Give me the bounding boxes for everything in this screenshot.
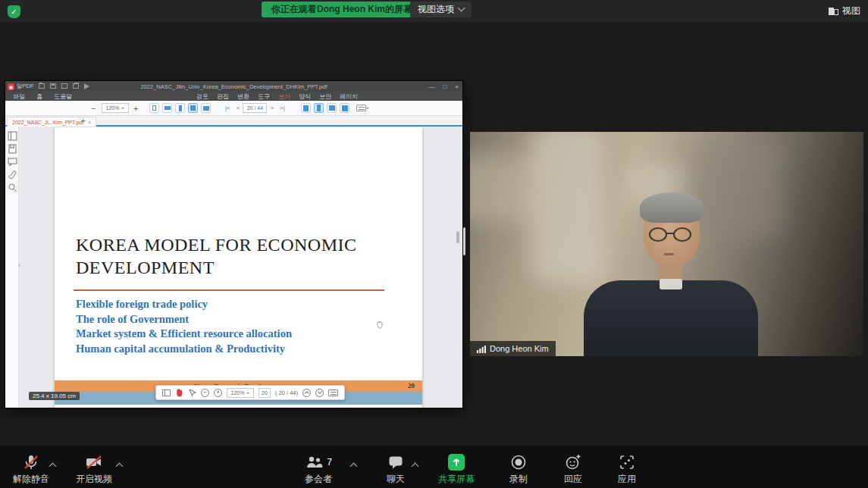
full-screen-icon[interactable] xyxy=(201,103,211,113)
apps-icon xyxy=(618,453,636,471)
thumbnails-panel-icon[interactable] xyxy=(8,131,17,141)
participant-name: Dong Heon Kim xyxy=(490,344,549,353)
lines-icon xyxy=(356,105,366,111)
caret-down-icon xyxy=(366,108,369,111)
page-size-tooltip: 25.4 x 19.05 cm xyxy=(29,392,80,400)
document-tab-label: 2022_NASC_Ji...Kim_PPT.pdf xyxy=(12,120,83,125)
glasses xyxy=(649,227,694,242)
slide-bullet: Flexible foreign trade policy xyxy=(76,297,292,312)
zoom-out-icon[interactable]: − xyxy=(201,389,209,397)
panel-toggle-icon[interactable] xyxy=(162,389,171,396)
participant-video-tile[interactable]: Dong Heon Kim xyxy=(470,132,863,356)
layout-view-icon xyxy=(829,8,838,15)
caret-down-icon xyxy=(121,108,124,111)
save-as-icon[interactable] xyxy=(61,83,67,89)
unmute-button[interactable]: 解除静音 xyxy=(7,453,55,486)
layout-mode-icons xyxy=(301,103,353,113)
single-layout-icon[interactable] xyxy=(301,103,311,113)
maximize-button[interactable]: □ xyxy=(443,83,447,90)
share-screen-button[interactable]: 共享屏幕 xyxy=(432,453,481,486)
two-page-layout-icon[interactable] xyxy=(327,103,337,113)
pdf-app-name: 알PDF xyxy=(17,83,34,90)
document-tab-bar: 2022_NASC_Ji...Kim_PPT.pdf × + xyxy=(5,116,462,127)
fit-page-icon[interactable] xyxy=(188,103,198,113)
view-mode-icons xyxy=(149,103,214,113)
zoom-out-button[interactable]: − xyxy=(91,103,96,113)
zoom-in-button[interactable]: + xyxy=(133,103,138,113)
more-view-options[interactable] xyxy=(356,103,369,113)
security-shield-icon[interactable]: ✓ xyxy=(8,5,20,18)
view-label: 视图 xyxy=(842,5,860,17)
open-file-icon[interactable] xyxy=(39,83,45,89)
single-page-view-icon[interactable] xyxy=(149,103,159,113)
float-zoom-select[interactable]: 120% xyxy=(227,388,254,398)
participants-button[interactable]: 7 参会者 xyxy=(294,453,343,486)
view-button[interactable]: 视图 xyxy=(829,5,860,17)
zoom-in-icon[interactable]: + xyxy=(214,389,222,397)
comments-panel-icon[interactable] xyxy=(8,157,17,167)
pdf-left-sidebar xyxy=(5,127,19,408)
record-button[interactable]: 录制 xyxy=(494,453,543,486)
last-page-button[interactable]: >| xyxy=(280,105,285,111)
participants-options-chevron[interactable] xyxy=(350,463,358,471)
slide-bullet: Human capital accumulation & Productivit… xyxy=(76,342,292,357)
view-options-button[interactable]: 视图选项 xyxy=(410,2,472,17)
start-video-button[interactable]: 开启视频 xyxy=(70,453,118,486)
page-number-input[interactable]: 20 / 44 xyxy=(243,103,267,113)
meeting-top-bar: ✓ 你正在观看Dong Heon Kim的屏幕 视图选项 视图 xyxy=(0,0,868,23)
slide-page: KOREA MODEL FOR ECONOMIC DEVELOPMENT Fle… xyxy=(55,127,422,408)
share-document-icon[interactable] xyxy=(84,83,89,89)
participants-count: 7 xyxy=(327,457,332,468)
attachments-panel-icon[interactable] xyxy=(8,170,17,180)
zoom-level-select[interactable]: 120% xyxy=(102,103,129,113)
print-icon[interactable] xyxy=(73,83,79,89)
quad-layout-icon[interactable] xyxy=(340,103,349,113)
pdf-menu-bar: 파일 홈 도움말 검토 편집 변환 도구 보기 양식 보안 페이지 xyxy=(5,92,462,101)
float-page-input[interactable]: 20 xyxy=(259,388,271,398)
window-controls: — □ × xyxy=(428,81,459,92)
next-page-button[interactable]: > xyxy=(270,105,274,111)
select-tool-icon[interactable] xyxy=(188,389,196,397)
minimize-button[interactable]: — xyxy=(428,83,434,90)
fit-width-icon[interactable] xyxy=(162,103,172,113)
close-tab-icon[interactable]: × xyxy=(88,120,91,125)
reactions-button[interactable]: 回应 xyxy=(549,453,597,486)
pdf-title-bar[interactable]: ▣ 알PDF 2022_NASC_Jilin_Univ_Korea_Econom… xyxy=(5,81,462,92)
slide-title: KOREA MODEL FOR ECONOMIC DEVELOPMENT xyxy=(76,233,409,279)
keyboard-icon[interactable] xyxy=(328,389,338,396)
hand-tool-icon[interactable] xyxy=(175,388,183,397)
close-button[interactable]: × xyxy=(455,83,459,90)
audio-signal-icon xyxy=(477,345,486,353)
continuous-layout-icon[interactable] xyxy=(314,103,324,113)
reactions-smiley-icon xyxy=(564,453,582,471)
previous-page-circle-icon[interactable] xyxy=(302,389,311,397)
vertical-scrollbar-handle[interactable] xyxy=(456,231,459,243)
first-page-button[interactable]: |< xyxy=(225,105,230,111)
floating-page-toolbar: − + 120% 20 ( 20 / 44) xyxy=(155,385,345,400)
microphone-muted-icon xyxy=(22,453,40,471)
participants-icon xyxy=(305,453,324,471)
bookmarks-panel-icon[interactable] xyxy=(8,144,17,154)
document-title: 2022_NASC_Jilin_Univ_Korea_Economic_Deve… xyxy=(96,83,371,90)
view-options-label: 视图选项 xyxy=(418,2,454,17)
participant-figure xyxy=(584,192,758,356)
caret-down-icon xyxy=(246,393,249,396)
pdf-app-window: ▣ 알PDF 2022_NASC_Jilin_Univ_Korea_Econom… xyxy=(5,81,462,408)
chat-icon xyxy=(387,453,405,471)
slide-divider-rule xyxy=(74,289,384,291)
slide-bullet: Market system & Efficient resource alloc… xyxy=(76,327,292,342)
save-icon[interactable] xyxy=(50,83,56,89)
chat-button[interactable]: 聊天 xyxy=(371,453,420,486)
search-panel-icon[interactable] xyxy=(8,183,17,192)
chevron-down-icon xyxy=(458,5,465,12)
panel-separator-handle[interactable] xyxy=(463,227,465,255)
fit-height-icon[interactable] xyxy=(175,103,185,113)
pdf-app-icon: ▣ xyxy=(8,83,14,90)
apps-button[interactable]: 应用 xyxy=(603,453,651,486)
prev-page-button[interactable]: < xyxy=(237,105,240,111)
new-tab-button[interactable]: + xyxy=(81,117,86,125)
sidebar-collapse-arrow[interactable]: ‹ xyxy=(18,261,20,269)
slide-bullet: The role of Government xyxy=(76,312,292,327)
meeting-control-bar: 解除静音 开启视频 7 xyxy=(0,446,868,488)
next-page-circle-icon[interactable] xyxy=(315,389,324,397)
